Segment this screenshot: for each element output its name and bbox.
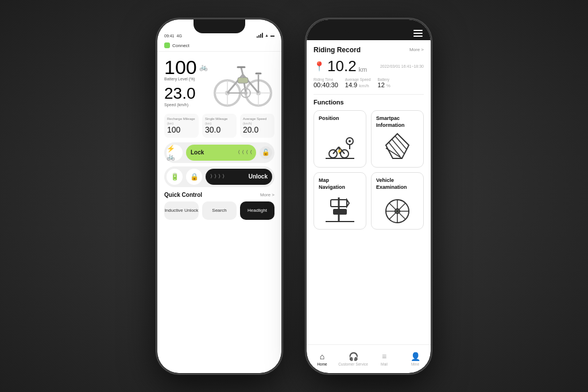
svg-point-18 bbox=[244, 91, 247, 95]
svg-line-12 bbox=[241, 68, 243, 75]
stat-recharge-label: Recharge Mileage bbox=[167, 117, 196, 121]
quick-control-more[interactable]: More > bbox=[260, 192, 274, 197]
date-text: 2022/03/01 16:41~18:30 bbox=[380, 64, 424, 68]
quick-btn-search[interactable]: Search bbox=[202, 201, 237, 220]
functions-title: Functions bbox=[314, 99, 424, 106]
svg-line-32 bbox=[386, 148, 402, 158]
battery-icon-sm: 🔋 bbox=[167, 169, 183, 185]
function-card-vehicle[interactable]: VehicleExamination bbox=[371, 172, 424, 230]
speed-value: 23.0 bbox=[164, 84, 208, 103]
nav-home-label: Home bbox=[317, 362, 327, 366]
phone2-screen: Riding Record More > 📍 10.2 km 2022/03/0… bbox=[307, 20, 431, 373]
function-smartpac-label: SmartpacInformation bbox=[376, 115, 419, 129]
section-divider bbox=[314, 94, 424, 95]
quick-btn-inductive-label: Inductive Unlock bbox=[165, 208, 199, 214]
position-icon: ⚡ bbox=[323, 131, 357, 162]
bottom-nav: ⌂ Home 🎧 Customer Service ≡ Mail 👤 Mine bbox=[307, 344, 431, 373]
functions-grid: Position bbox=[314, 110, 424, 230]
ebike-icon: ⚡🚲 bbox=[167, 145, 183, 161]
nav-home[interactable]: ⌂ Home bbox=[307, 352, 338, 366]
network-indicator: 4G bbox=[177, 34, 182, 38]
status-right: ▲ ▬ bbox=[257, 33, 274, 38]
avg-speed-unit: km/h bbox=[359, 83, 369, 88]
position-icon-area: ⚡ bbox=[319, 125, 361, 162]
hamburger-line-3 bbox=[413, 36, 423, 37]
function-card-position[interactable]: Position bbox=[314, 110, 366, 168]
unlock-chevrons: 〉〉〉〉 bbox=[210, 173, 226, 180]
function-card-map[interactable]: MapNavigation bbox=[314, 172, 366, 230]
stat-avg-label: Average Speed bbox=[243, 117, 272, 121]
phone-right: Riding Record More > 📍 10.2 km 2022/03/0… bbox=[305, 18, 432, 374]
riding-record-more[interactable]: More > bbox=[409, 47, 424, 52]
stats-row: Recharge Mileage (km) 100 Single Mileage… bbox=[164, 114, 274, 138]
distance-row: 📍 10.2 km 2022/03/01 16:41~18:30 bbox=[314, 57, 424, 75]
hamburger-line-2 bbox=[413, 33, 423, 34]
svg-line-31 bbox=[395, 136, 407, 149]
connect-label: Connect bbox=[172, 43, 189, 48]
distance-value: 10.2 bbox=[327, 57, 357, 75]
hamburger-menu[interactable] bbox=[413, 30, 423, 37]
distance-main: 📍 10.2 km bbox=[314, 57, 367, 75]
nav-customer-label: Customer Service bbox=[338, 362, 368, 366]
nav-mine[interactable]: 👤 Mine bbox=[400, 352, 431, 366]
stat-single-label: Single Mileage bbox=[205, 117, 234, 121]
lock-label: Lock bbox=[191, 149, 204, 156]
svg-text:⚡: ⚡ bbox=[336, 148, 342, 154]
quick-btn-inductive[interactable]: Inductive Unlock bbox=[164, 201, 199, 220]
bike-svg bbox=[211, 57, 274, 109]
svg-rect-36 bbox=[333, 209, 347, 215]
hamburger-line-1 bbox=[413, 30, 423, 31]
riding-record-title: Riding Record bbox=[314, 46, 361, 54]
time-display: 09:41 bbox=[164, 34, 175, 38]
vehicle-icon bbox=[380, 193, 415, 224]
lock-chevrons: 〈〈〈〈 bbox=[235, 149, 252, 156]
function-card-smartpac[interactable]: SmartpacInformation bbox=[371, 110, 424, 168]
map-icon bbox=[323, 193, 357, 224]
signal-icon bbox=[257, 33, 263, 38]
quick-buttons-row: Inductive Unlock Search Headlight bbox=[164, 201, 274, 220]
lock-button[interactable]: Lock 〈〈〈〈 bbox=[186, 145, 256, 161]
riding-stats-row: Riding Time 00:40:30 Average Speed 14.9 … bbox=[314, 77, 424, 88]
function-vehicle-label: VehicleExamination bbox=[376, 177, 419, 191]
customer-service-icon: 🎧 bbox=[349, 352, 358, 361]
battery-bike-section: 100 🚲 Battery Level (%) 23.0 Speed (km/h… bbox=[164, 57, 274, 109]
riding-time-value: 00:40:30 bbox=[314, 81, 338, 88]
speed-label: Speed (km/h) bbox=[164, 103, 208, 107]
battery-stat-label: Battery bbox=[378, 77, 390, 81]
battery-display: 100 🚲 bbox=[164, 57, 208, 77]
unlock-button[interactable]: 〉〉〉〉 Unlock bbox=[206, 169, 272, 185]
battery-info: 100 🚲 Battery Level (%) 23.0 Speed (km/h… bbox=[164, 57, 208, 107]
quick-btn-search-label: Search bbox=[212, 208, 226, 214]
bike-icon-sm: 🚲 bbox=[199, 64, 208, 71]
riding-time-label: Riding Time bbox=[314, 77, 338, 81]
quick-btn-headlight[interactable]: Headlight bbox=[240, 201, 274, 220]
quick-control-section: Quick Control More > Inductive Unlock Se… bbox=[164, 192, 274, 220]
stat-avg-value: 20.0 bbox=[243, 125, 272, 134]
battery-stat-unit: % bbox=[386, 83, 390, 88]
lock-control-row: ⚡🚲 Lock 〈〈〈〈 🔓 bbox=[164, 142, 274, 163]
function-map-label: MapNavigation bbox=[319, 177, 361, 191]
svg-point-26 bbox=[349, 140, 351, 142]
battery-stat-value: 12 % bbox=[378, 81, 390, 88]
notch-right bbox=[343, 20, 394, 33]
quick-control-header: Quick Control More > bbox=[164, 192, 274, 198]
unlock-label: Unlock bbox=[249, 173, 268, 180]
mail-icon: ≡ bbox=[382, 352, 386, 361]
svg-line-30 bbox=[392, 139, 404, 154]
notch-left bbox=[194, 20, 245, 33]
distance-unit: km bbox=[359, 66, 368, 73]
unlock-control-row: 🔋 🔒 〉〉〉〉 Unlock bbox=[164, 166, 274, 187]
phone2-main-content: Riding Record More > 📍 10.2 km 2022/03/0… bbox=[307, 40, 431, 344]
stat-single: Single Mileage (km) 30.0 bbox=[202, 114, 237, 138]
connect-bar: Connect bbox=[157, 40, 281, 52]
bike-illustration bbox=[211, 57, 274, 109]
nav-mail[interactable]: ≡ Mail bbox=[369, 352, 400, 366]
nav-mail-label: Mail bbox=[381, 362, 388, 366]
smartpac-icon bbox=[380, 131, 415, 162]
avg-speed-label: Average Speed bbox=[345, 77, 371, 81]
quick-control-title: Quick Control bbox=[164, 192, 202, 198]
nav-customer-service[interactable]: 🎧 Customer Service bbox=[338, 352, 369, 366]
battery-stat: Battery 12 % bbox=[378, 77, 390, 88]
phone1-screen: 09:41 4G ▲ ▬ Connect 100 bbox=[157, 20, 281, 373]
battery-label: Battery Level (%) bbox=[164, 77, 208, 81]
